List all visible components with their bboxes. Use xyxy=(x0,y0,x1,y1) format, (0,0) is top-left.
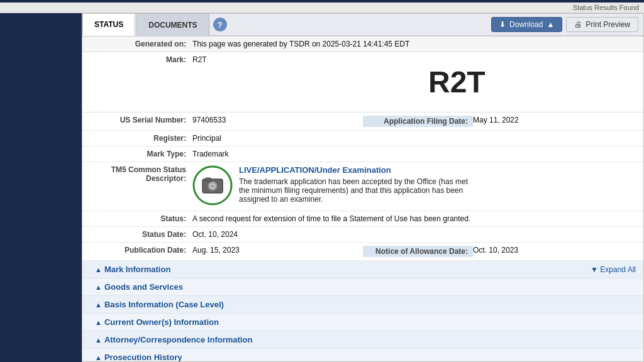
download-label: Download xyxy=(509,20,543,29)
notice-field: Notice of Allowance Date: Oct. 10, 2023 xyxy=(363,243,643,260)
tm5-status-title: LIVE/APPLICATION/Under Examination xyxy=(239,165,478,175)
main-container: STATUS DOCUMENTS ? ⬇ Download ▲ 🖨 xyxy=(0,13,644,362)
section-prosecution-history[interactable]: ▲Prosecution History xyxy=(82,349,643,362)
section-link-attorney-correspondence[interactable]: Attorney/Correspondence Information xyxy=(104,335,252,344)
notice-label: Notice of Allowance Date: xyxy=(363,246,473,257)
tab-actions: ⬇ Download ▲ 🖨 Print Preview xyxy=(491,17,643,32)
pub-notice-row: Publication Date: Aug. 15, 2023 Notice o… xyxy=(82,243,643,261)
generated-field: Generated on: This page was generated by… xyxy=(82,36,643,52)
generated-value: This page was generated by TSDR on 2025-… xyxy=(192,40,409,48)
generated-row: Generated on: This page was generated by… xyxy=(82,36,643,52)
tm5-status-icon xyxy=(192,165,233,206)
mark-type-label: Mark Type: xyxy=(82,150,192,158)
filing-date-value: May 11, 2022 xyxy=(473,116,519,127)
status-row: Status: A second request for extension o… xyxy=(82,211,643,227)
section-arrow-goods-services: ▲ xyxy=(95,283,102,291)
status-label: Status: xyxy=(82,214,192,223)
pub-date-field: Publication Date: Aug. 15, 2023 xyxy=(82,243,363,260)
print-icon: 🖨 xyxy=(574,20,582,29)
section-basis-information[interactable]: ▲Basis Information (Case Level) xyxy=(82,296,643,314)
mark-name-row: Mark: R2T xyxy=(82,52,409,67)
tab-documents[interactable]: DOCUMENTS xyxy=(136,13,209,36)
section-link-current-owner[interactable]: Current Owner(s) Information xyxy=(104,317,219,327)
print-label: Print Preview xyxy=(586,20,630,29)
status-value: A second request for extension of time t… xyxy=(192,214,470,223)
generated-label: Generated on: xyxy=(82,40,192,48)
pub-date-label: Publication Date: xyxy=(82,246,192,257)
serial-field: US Serial Number: 97406533 xyxy=(82,112,363,130)
register-field: Register: Principal xyxy=(82,131,643,146)
serial-label: US Serial Number: xyxy=(82,116,192,127)
tm5-status-text: LIVE/APPLICATION/Under Examination The t… xyxy=(233,165,478,207)
status-field: Status: A second request for extension o… xyxy=(82,211,643,226)
section-link-goods-services[interactable]: Goods and Services xyxy=(104,282,183,292)
section-goods-services[interactable]: ▲Goods and Services xyxy=(82,278,643,296)
sections-container: ▲ Mark Information ▼ Expand All ▲Goods a… xyxy=(82,261,643,362)
mark-label: Mark: xyxy=(82,55,192,64)
section-mark-information[interactable]: ▲ Mark Information ▼ Expand All xyxy=(82,261,643,278)
status-found-text: Status Results Found xyxy=(573,4,639,11)
status-date-label: Status Date: xyxy=(82,230,192,239)
left-nav xyxy=(0,13,82,362)
page-wrapper: Status Results Found STATUS DOCUMENTS ? … xyxy=(0,0,644,362)
status-date-row: Status Date: Oct. 10, 2024 xyxy=(82,227,643,243)
section-arrow-basis-information: ▲ xyxy=(95,301,102,309)
mark-display: R2T xyxy=(409,52,504,112)
serial-filing-row: US Serial Number: 97406533 Application F… xyxy=(82,112,643,131)
mark-type-row: Mark Type: Trademark xyxy=(82,146,643,162)
content-area: STATUS DOCUMENTS ? ⬇ Download ▲ 🖨 xyxy=(82,13,644,362)
mark-type-field: Mark Type: Trademark xyxy=(82,146,643,162)
section-arrow-prosecution-history: ▲ xyxy=(95,354,102,361)
mark-value: R2T xyxy=(192,55,207,64)
section-arrow-current-owner: ▲ xyxy=(95,319,102,326)
mark-section: Mark: R2T R2T xyxy=(82,52,643,112)
section-current-owner[interactable]: ▲Current Owner(s) Information xyxy=(82,314,643,331)
tm5-field: TM5 Common Status Descriptor: LIVE/APPL xyxy=(82,162,643,211)
section-link-prosecution-history[interactable]: Prosecution History xyxy=(104,353,182,362)
tm5-value xyxy=(192,165,233,207)
section-link-mark-information[interactable]: Mark Information xyxy=(104,265,170,274)
print-button[interactable]: 🖨 Print Preview xyxy=(566,17,638,32)
tm5-status-desc: The trademark application has been accep… xyxy=(239,177,478,204)
section-arrow-attorney-correspondence: ▲ xyxy=(95,336,102,344)
download-icon: ⬇ xyxy=(499,20,506,29)
download-button[interactable]: ⬇ Download ▲ xyxy=(491,17,562,32)
section-link-basis-information[interactable]: Basis Information (Case Level) xyxy=(104,300,224,309)
expand-all-button[interactable]: ▼ Expand All xyxy=(591,265,636,274)
register-label: Register: xyxy=(82,134,192,143)
filing-date-label: Application Filing Date: xyxy=(363,116,473,127)
mark-type-value: Trademark xyxy=(192,150,229,158)
mark-fields: Mark: R2T xyxy=(82,52,409,112)
mark-field: Mark: R2T xyxy=(82,52,409,67)
status-date-value: Oct. 10, 2024 xyxy=(192,230,238,239)
tab-status[interactable]: STATUS xyxy=(82,13,135,36)
svg-rect-2 xyxy=(205,178,211,181)
tm5-label: TM5 Common Status Descriptor: xyxy=(82,165,192,207)
status-date-field: Status Date: Oct. 10, 2024 xyxy=(82,227,643,242)
section-arrow-mark: ▲ xyxy=(95,266,102,273)
register-row: Register: Principal xyxy=(82,131,643,146)
help-icon[interactable]: ? xyxy=(213,18,227,31)
serial-value: 97406533 xyxy=(192,116,226,127)
register-value: Principal xyxy=(192,134,221,143)
tm5-row: TM5 Common Status Descriptor: LIVE/APPL xyxy=(82,162,643,211)
section-attorney-correspondence[interactable]: ▲Attorney/Correspondence Information xyxy=(82,331,643,349)
svg-point-5 xyxy=(211,185,214,187)
download-caret: ▲ xyxy=(547,20,554,29)
notice-value: Oct. 10, 2023 xyxy=(473,246,518,257)
status-found-bar: Status Results Found xyxy=(0,3,644,13)
pub-date-value: Aug. 15, 2023 xyxy=(192,246,240,257)
filing-date-field: Application Filing Date: May 11, 2022 xyxy=(363,112,643,130)
tab-bar: STATUS DOCUMENTS ? ⬇ Download ▲ 🖨 xyxy=(82,14,643,36)
